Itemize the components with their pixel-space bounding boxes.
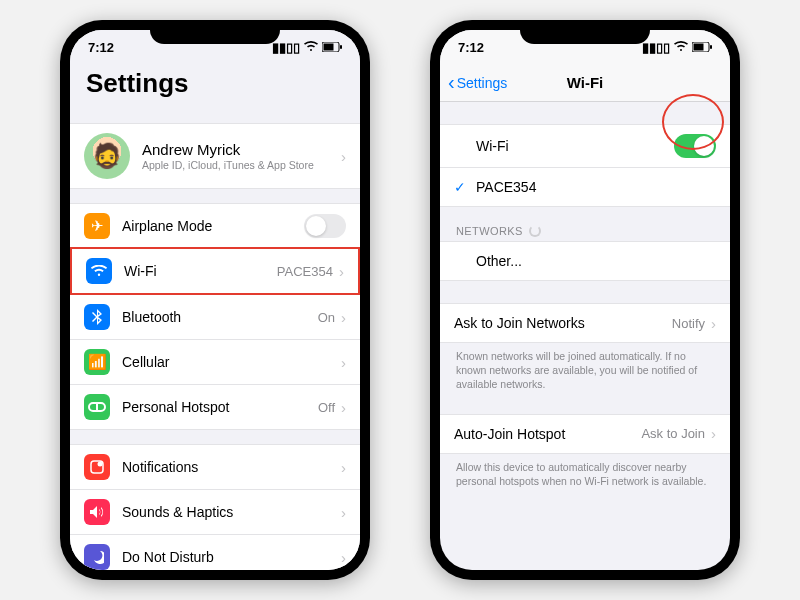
nav-title: Wi-Fi: [567, 74, 604, 91]
airplane-label: Airplane Mode: [122, 218, 304, 234]
profile-name: Andrew Myrick: [142, 141, 341, 158]
dnd-label: Do Not Disturb: [122, 549, 341, 565]
ask-join-group: Ask to Join Networks Notify ›: [440, 303, 730, 343]
chevron-left-icon: ‹: [448, 71, 455, 94]
airplane-toggle[interactable]: [304, 214, 346, 238]
chevron-icon: ›: [341, 399, 346, 416]
screen-settings: 7:12 ▮▮▯▯ Settings 🧔 Andrew Myrick Apple…: [70, 30, 360, 570]
chevron-icon: ›: [341, 459, 346, 476]
ask-join-value: Notify: [672, 316, 705, 331]
clock: 7:12: [458, 40, 484, 55]
chevron-icon: ›: [341, 148, 346, 165]
auto-hotspot-note: Allow this device to automatically disco…: [440, 454, 730, 488]
hotspot-value: Off: [318, 400, 335, 415]
bluetooth-value: On: [318, 310, 335, 325]
notch: [150, 20, 280, 44]
signal-icon: ▮▮▯▯: [272, 40, 300, 55]
auto-hotspot-row[interactable]: Auto-Join Hotspot Ask to Join ›: [440, 414, 730, 454]
auto-hotspot-value: Ask to Join: [641, 426, 705, 441]
sounds-icon: [84, 499, 110, 525]
connectivity-group: ✈ Airplane Mode Wi-Fi PACE354 › Bluetoot…: [70, 203, 360, 430]
notifications-label: Notifications: [122, 459, 341, 475]
wifi-row[interactable]: Wi-Fi PACE354 ›: [70, 247, 360, 295]
clock: 7:12: [88, 40, 114, 55]
notifications-icon: [84, 454, 110, 480]
avatar: 🧔: [84, 133, 130, 179]
networks-group: Other...: [440, 241, 730, 281]
hotspot-icon: [84, 394, 110, 420]
back-label: Settings: [457, 75, 508, 91]
wifi-icon: [674, 40, 688, 55]
wifi-toggle-group: Wi-Fi ✓ PACE354: [440, 124, 730, 207]
notifications-row[interactable]: Notifications ›: [70, 444, 360, 489]
wifi-settings-icon: [86, 258, 112, 284]
bluetooth-icon: [84, 304, 110, 330]
chevron-icon: ›: [711, 315, 716, 332]
connected-network-row[interactable]: ✓ PACE354: [440, 167, 730, 207]
svg-rect-7: [710, 45, 712, 49]
status-icons: ▮▮▯▯: [272, 40, 342, 55]
other-network-row[interactable]: Other...: [440, 241, 730, 281]
profile-group: 🧔 Andrew Myrick Apple ID, iCloud, iTunes…: [70, 123, 360, 189]
sounds-row[interactable]: Sounds & Haptics ›: [70, 489, 360, 534]
svg-point-4: [98, 462, 103, 467]
other-label: Other...: [476, 253, 716, 269]
bluetooth-row[interactable]: Bluetooth On ›: [70, 294, 360, 339]
screen-wifi: 7:12 ▮▮▯▯ ‹ Settings Wi-Fi Wi-Fi: [440, 30, 730, 570]
auto-hotspot-group: Auto-Join Hotspot Ask to Join ›: [440, 414, 730, 454]
nav-bar: ‹ Settings Wi-Fi: [440, 64, 730, 102]
phone-right: 7:12 ▮▮▯▯ ‹ Settings Wi-Fi Wi-Fi: [430, 20, 740, 580]
ask-join-note: Known networks will be joined automatica…: [440, 343, 730, 392]
wifi-label: Wi-Fi: [124, 263, 277, 279]
chevron-icon: ›: [341, 309, 346, 326]
chevron-icon: ›: [339, 263, 344, 280]
status-icons: ▮▮▯▯: [642, 40, 712, 55]
spinner-icon: [529, 225, 541, 237]
airplane-icon: ✈: [84, 213, 110, 239]
battery-icon: [692, 40, 712, 55]
wifi-icon: [304, 40, 318, 55]
wifi-value: PACE354: [277, 264, 333, 279]
signal-icon: ▮▮▯▯: [642, 40, 670, 55]
wifi-toggle-row[interactable]: Wi-Fi: [440, 124, 730, 167]
phone-left: 7:12 ▮▮▯▯ Settings 🧔 Andrew Myrick Apple…: [60, 20, 370, 580]
ask-join-label: Ask to Join Networks: [454, 315, 672, 331]
svg-rect-6: [694, 43, 704, 50]
notch: [520, 20, 650, 44]
check-icon: ✓: [454, 179, 468, 195]
auto-hotspot-label: Auto-Join Hotspot: [454, 426, 641, 442]
page-title: Settings: [70, 64, 360, 109]
sounds-label: Sounds & Haptics: [122, 504, 341, 520]
dnd-row[interactable]: Do Not Disturb ›: [70, 534, 360, 570]
chevron-icon: ›: [711, 425, 716, 442]
svg-rect-2: [340, 45, 342, 49]
cellular-icon: 📶: [84, 349, 110, 375]
profile-sub: Apple ID, iCloud, iTunes & App Store: [142, 159, 341, 171]
connected-network: PACE354: [476, 179, 716, 195]
chevron-icon: ›: [341, 504, 346, 521]
back-button[interactable]: ‹ Settings: [448, 71, 507, 94]
cellular-row[interactable]: 📶 Cellular ›: [70, 339, 360, 384]
wifi-toggle[interactable]: [674, 134, 716, 158]
chevron-icon: ›: [341, 549, 346, 566]
ask-join-row[interactable]: Ask to Join Networks Notify ›: [440, 303, 730, 343]
wifi-toggle-label: Wi-Fi: [476, 138, 674, 154]
chevron-icon: ›: [341, 354, 346, 371]
dnd-icon: [84, 544, 110, 570]
profile-row[interactable]: 🧔 Andrew Myrick Apple ID, iCloud, iTunes…: [70, 123, 360, 189]
cellular-label: Cellular: [122, 354, 341, 370]
airplane-mode-row[interactable]: ✈ Airplane Mode: [70, 203, 360, 248]
hotspot-label: Personal Hotspot: [122, 399, 318, 415]
bluetooth-label: Bluetooth: [122, 309, 318, 325]
battery-icon: [322, 40, 342, 55]
hotspot-row[interactable]: Personal Hotspot Off ›: [70, 384, 360, 430]
notifications-group: Notifications › Sounds & Haptics › Do No…: [70, 444, 360, 570]
svg-rect-1: [324, 43, 334, 50]
networks-header: NETWORKS: [440, 221, 730, 241]
